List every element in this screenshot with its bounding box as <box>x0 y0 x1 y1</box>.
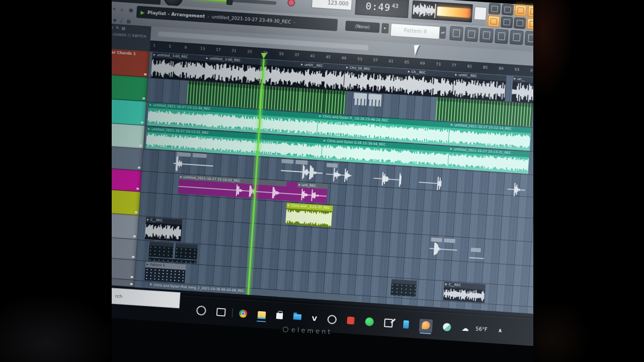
slider-fill <box>191 0 229 2</box>
task-view-icon[interactable] <box>216 308 226 316</box>
bpm-display[interactable]: 123.000 <box>311 0 352 11</box>
pattern-clip[interactable] <box>148 241 174 258</box>
clip-mini-header[interactable] <box>295 160 307 165</box>
audio-clip[interactable]: untitled_ 3-00_REC <box>151 52 205 81</box>
chrome-icon[interactable] <box>239 309 248 318</box>
clip-mini-header[interactable] <box>444 238 455 243</box>
cortana-icon[interactable] <box>196 306 206 316</box>
track-header-1[interactable]: itar Chords 1 <box>112 49 149 78</box>
percussion-clip[interactable] <box>469 252 485 264</box>
percussion-clip[interactable] <box>280 163 324 181</box>
audio-clip[interactable]: un__ <box>511 76 533 104</box>
pattern-clip[interactable] <box>390 279 417 297</box>
tray-chevron-icon[interactable]: ∧ <box>498 327 503 334</box>
piano-roll-window-button[interactable] <box>464 27 478 42</box>
loop-record-button[interactable] <box>527 18 533 30</box>
ruler-bar-number: 73 <box>436 62 441 67</box>
pattern-clip[interactable] <box>299 88 325 113</box>
track-header-3[interactable] <box>112 99 146 126</box>
audio-clip[interactable]: Chris and _3-21-37_REC <box>285 203 333 227</box>
magnet-icon[interactable]: ∪ <box>112 25 114 30</box>
speaker-icon[interactable]: ◉ <box>128 7 133 14</box>
percussion-clip[interactable] <box>507 182 526 197</box>
countdown-button[interactable] <box>488 16 500 27</box>
breadcrumb-root[interactable]: Playlist - Arrangement <box>147 10 205 19</box>
phone-icon[interactable] <box>403 320 409 328</box>
track-header-5[interactable] <box>112 146 143 171</box>
playlist-grid[interactable]: untitled_ 3-00_REC untitled_ 2-00_REC un… <box>134 51 533 315</box>
pencil-icon[interactable]: ✎ <box>116 26 119 30</box>
audio-clip[interactable]: Ch__REC <box>406 69 454 98</box>
percussion-clip[interactable] <box>373 171 403 187</box>
o-app-icon[interactable] <box>327 314 337 324</box>
brush-icon[interactable]: ▤ <box>122 26 126 31</box>
audio-clip[interactable]: untitl__REC <box>298 62 345 90</box>
snap-dropdown-arrow[interactable]: ▸ <box>381 23 389 34</box>
folder-icon[interactable] <box>293 314 302 320</box>
step-edit-button[interactable] <box>501 17 513 28</box>
track-header-6[interactable] <box>112 168 142 192</box>
percussion-clip[interactable] <box>326 167 353 183</box>
snap-dropdown[interactable]: (None) <box>345 21 380 33</box>
weather-text[interactable]: 56°F <box>475 326 488 332</box>
mini-clip[interactable] <box>353 93 367 106</box>
blend-notes-button[interactable] <box>514 17 526 29</box>
grid-tool-icon[interactable]: ▦ <box>126 19 131 24</box>
percussion-clip[interactable] <box>418 175 442 191</box>
track-header-2[interactable]: Rs <box>112 75 148 102</box>
playlist-window-button[interactable] <box>449 26 463 41</box>
clip-mini-header[interactable] <box>327 163 338 167</box>
draw-tool-icon[interactable]: ✚ <box>113 18 117 23</box>
clip-mini-header[interactable] <box>281 159 293 164</box>
track-header-10[interactable] <box>112 257 136 281</box>
plugin-window-button[interactable] <box>525 31 533 46</box>
audio-clip[interactable]: C__REC <box>145 217 183 242</box>
pattern-spinner[interactable]: ▴▾ <box>439 26 446 39</box>
zoom-icon[interactable]: ⌕ <box>120 6 124 13</box>
track-header-9[interactable] <box>112 237 137 260</box>
ruler-bar-number: 53 <box>357 57 362 62</box>
time-frac: 43 <box>391 3 398 10</box>
percussion-clip[interactable] <box>173 156 214 173</box>
mixer-window-button[interactable] <box>495 29 509 44</box>
cloud-icon[interactable]: ☁ <box>461 325 469 331</box>
fl-studio-icon[interactable] <box>419 319 433 333</box>
typing-keyboard-button[interactable] <box>489 3 501 15</box>
crosshair-icon[interactable]: ⌖ <box>112 6 116 12</box>
pattern-clip[interactable]: Pattern 5 <box>144 262 186 283</box>
v-app-icon[interactable] <box>311 313 317 323</box>
ruler-bar-number: 89 <box>499 66 504 71</box>
audio-clip[interactable]: untitl__REC <box>453 72 507 102</box>
time-display: 0:49 43 <box>355 0 409 18</box>
red-app-icon[interactable] <box>347 317 355 325</box>
audio-clip[interactable]: Chri_50_REC <box>344 65 407 95</box>
breadcrumb-item[interactable]: untitled_2021-10-27 23-49-30_REC <box>211 14 291 24</box>
track-header-7[interactable] <box>112 189 140 216</box>
lcd-button[interactable] <box>502 4 514 16</box>
store-icon[interactable] <box>276 313 283 319</box>
teal-app-icon[interactable] <box>443 323 451 331</box>
percussion-clip[interactable] <box>429 242 458 257</box>
track-header-8[interactable]: 1 5 <box>112 213 139 240</box>
pitch-slider[interactable] <box>191 0 276 5</box>
audio-clip[interactable]: C__REC <box>443 282 486 303</box>
metronome-button[interactable] <box>515 5 527 16</box>
pattern-selector[interactable]: Pattern 9 <box>390 23 440 39</box>
clip-mini-header[interactable] <box>431 237 442 242</box>
browser-window-button[interactable] <box>510 30 524 45</box>
channel-rack-window-button[interactable] <box>479 28 494 43</box>
clip-mini-header[interactable] <box>470 247 480 252</box>
ruler-bar-number: 25 <box>247 49 252 54</box>
pattern-clip[interactable] <box>175 243 198 260</box>
track-header-4[interactable] <box>112 123 145 149</box>
wait-input-button[interactable] <box>528 6 533 17</box>
slider-thumb[interactable] <box>226 0 233 5</box>
slide-tool-icon[interactable]: ╱ <box>120 18 123 23</box>
ruler-bar-number: 85 <box>483 65 488 70</box>
photo-stage: 123.000 0:49 43 23 1797 <box>0 0 644 362</box>
files-icon[interactable] <box>258 311 266 318</box>
mini-clip[interactable] <box>368 94 382 107</box>
edit-app-icon[interactable] <box>384 318 393 327</box>
record-button[interactable] <box>287 0 295 7</box>
green-app-icon[interactable] <box>365 317 374 326</box>
